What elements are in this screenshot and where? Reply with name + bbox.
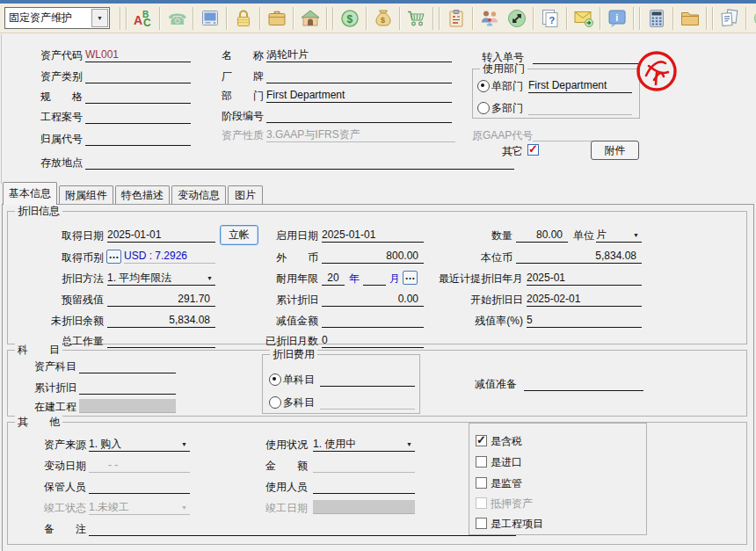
currency-ellipsis-button[interactable] [106,250,121,264]
multi-department-radio[interactable] [477,102,490,114]
acq-date-input[interactable]: 2025-01-01 [107,228,215,243]
phone-icon[interactable]: ☎ [163,6,190,31]
project-item-label: 是工程项目 [491,517,543,531]
usage-status-value: 1. 使用中 [313,438,356,450]
chevron-down-icon[interactable]: ▼ [91,9,108,27]
toolbar-separator [259,7,260,30]
tab-change-info[interactable]: 变动信息 [171,185,226,204]
users-icon[interactable] [476,6,503,31]
computer-icon[interactable] [196,6,223,31]
name-input[interactable]: 涡轮叶片 [266,47,452,62]
residual-rate-input[interactable]: 5 [527,313,642,328]
total-workload-input[interactable] [107,333,215,348]
project-no-label: 工程案号 [32,110,83,124]
base-currency-input[interactable]: 5,834.08 [516,249,642,264]
unit-select[interactable]: 片 ▼ [596,228,642,243]
user-input[interactable] [313,479,415,494]
impair-reserve-input[interactable] [524,376,643,391]
dollar-coin-icon[interactable]: $ [336,6,363,31]
asset-source-select[interactable]: 1. 购入 ▼ [89,437,190,452]
cip-account-input [79,399,176,413]
supervised-checkbox[interactable] [476,477,487,489]
project-item-checkbox[interactable] [476,518,487,529]
last-dep-ym-input[interactable]: 2025-01 [527,271,642,286]
folder-icon[interactable] [676,6,703,31]
custodian-input[interactable] [89,479,190,494]
red-seal-stamp [635,48,680,96]
usage-status-label: 使用状况 [259,438,308,452]
brand-input[interactable] [266,69,452,83]
asset-category-label: 资产类别 [32,69,83,83]
accum-account-input[interactable] [79,380,176,395]
belong-code-input[interactable] [85,131,191,146]
tab-basic-info[interactable]: 基本信息 [3,182,57,205]
chevron-down-icon[interactable]: ▼ [181,440,187,449]
single-account-input[interactable] [320,372,415,387]
asset-account-input[interactable] [79,359,176,373]
transfer-no-input[interactable] [533,49,638,64]
dep-method-value: 1. 平均年限法 [107,272,171,284]
tax-included-checkbox[interactable] [476,435,487,446]
year-unit-label: 年 [349,272,360,286]
attachment-button[interactable]: 附件 [591,141,639,160]
orig-gaap-label: 原GAAP代号 [472,128,533,142]
single-department-input[interactable]: First Department [528,78,632,93]
stage-no-input[interactable] [266,108,452,123]
spell-check-icon[interactable]: A B C [129,6,156,31]
tab-feature-description[interactable]: 特色描述 [115,185,170,204]
salvage-label: 预留残值 [26,293,104,307]
send-mail-icon[interactable] [570,6,597,31]
asset-nature-label: 资产性质 [218,128,264,142]
currency-value[interactable]: USD : 7.2926 [124,249,215,264]
toolbar-separator [639,7,640,30]
dep-months-label: 已折旧月数 [246,334,318,348]
start-date-label: 启用日期 [246,228,318,243]
copy-doc-icon[interactable] [716,6,743,31]
useful-life-years-input[interactable]: 20 [322,271,345,286]
asset-code-input[interactable]: WL001 [85,47,191,62]
fixed-asset-maintenance-window: 固定资产维护 ▼ A B C ☎ [0,0,756,551]
remark-input[interactable] [89,521,516,536]
unit-value: 片 [596,228,607,241]
asset-category-input[interactable] [85,69,191,83]
quantity-input[interactable]: 80.00 [516,228,568,243]
useful-life-months-input[interactable] [363,271,386,286]
dep-begin-date-label: 开始折旧日 [397,293,523,307]
currency-label: 取得币别 [26,250,104,265]
dep-begin-date-input[interactable]: 2025-02-01 [527,292,642,307]
spec-input[interactable] [85,89,191,104]
dep-months-value: 0 [322,333,424,348]
undep-balance-input[interactable]: 5,834.08 [107,313,215,328]
home-icon[interactable] [296,6,323,31]
help-doc-icon[interactable]: ? [536,6,563,31]
chevron-down-icon[interactable]: ▼ [207,274,213,283]
dep-method-select[interactable]: 1. 平均年限法 ▼ [107,271,215,286]
tab-attached-components[interactable]: 附属组件 [59,185,113,204]
toolbar-separator [566,7,567,30]
chevron-down-icon[interactable]: ▼ [633,231,639,240]
other-checkbox[interactable] [527,144,539,156]
multi-account-radio[interactable] [269,396,281,409]
shopping-cart-icon[interactable] [403,6,430,31]
single-account-radio[interactable] [269,373,281,386]
clipboard-icon[interactable] [442,6,469,31]
expand-arrows-icon[interactable] [503,6,530,31]
usage-status-select[interactable]: 1. 使用中 ▼ [313,437,415,452]
imported-checkbox[interactable] [476,456,487,468]
orig-gaap-input [533,127,634,141]
briefcase-icon[interactable] [263,6,290,31]
tab-picture[interactable]: 图片 [228,185,263,204]
info-bubble-icon[interactable]: i [603,6,630,31]
calculator-icon[interactable] [643,6,670,31]
project-no-input[interactable] [85,109,191,124]
department-input[interactable]: First Department [266,88,452,103]
check-circle-icon[interactable] [749,6,756,31]
module-selector-combobox[interactable]: 固定资产维护 ▼ [4,7,110,29]
dep-method-label: 折旧方法 [26,272,104,286]
money-bag-icon[interactable]: $ [369,6,396,31]
single-department-radio[interactable] [477,80,490,92]
location-input[interactable] [85,155,514,170]
chevron-down-icon[interactable]: ▼ [406,440,412,449]
lock-icon[interactable] [229,6,257,31]
salvage-input[interactable]: 291.70 [107,292,215,307]
